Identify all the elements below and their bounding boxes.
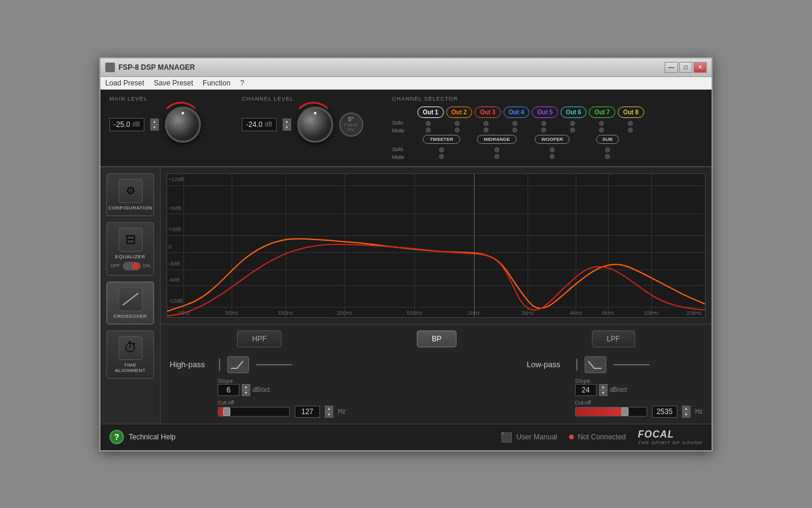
sm-labels-top: Solo Mute [392,120,414,134]
solo-dot-5[interactable] [541,121,546,126]
bot-solo-dot-2[interactable] [494,147,499,152]
mute-dot-5[interactable] [541,128,546,132]
eq-graph: +12dB +6dB +3dB 0 -3dB -6dB -12dB [167,173,706,318]
bp-button[interactable]: BP [417,330,457,347]
channel-level-up[interactable]: ▲ [283,119,291,125]
solo-dot-1[interactable] [426,121,431,126]
out8-button[interactable]: Out 8 [618,107,644,118]
low-pass-icon [585,356,606,373]
solo-dot-4[interactable] [512,121,517,126]
mute-dot-7[interactable] [599,128,604,132]
time-alignment-button[interactable]: ⏱ TIME ALIGNMENT [106,330,154,379]
mute-dot-1[interactable] [426,128,431,132]
main-level-knob[interactable] [165,107,201,143]
lp-slope-control: 24 ▲ ▼ dB/oct [575,384,703,396]
user-manual-link[interactable]: ⬛ User Manual [500,432,557,443]
out2-button[interactable]: Out 2 [446,107,473,118]
main-level-up[interactable]: ▲ [150,119,159,125]
bot-mute-dot-3[interactable] [550,154,555,159]
menu-save-preset[interactable]: Save Preset [154,79,193,87]
menu-function[interactable]: Function [203,79,230,87]
high-pass-section: High-pass [170,356,345,418]
lpf-button[interactable]: LPF [592,330,635,347]
menu-help[interactable]: ? [240,79,244,87]
out1-button[interactable]: Out 1 [417,107,444,118]
lp-slope-up[interactable]: ▲ [599,384,607,390]
mute-dot-2[interactable] [455,128,460,132]
eq-on-label: ON [143,263,150,268]
mute-dot-4[interactable] [512,128,517,132]
dot-col-2 [444,121,470,132]
low-pass-section: Low-pass [527,356,703,418]
phase-invert-button[interactable]: 0° PHASEINV. [339,113,363,137]
hp-slope-down[interactable]: ▼ [242,390,250,396]
main-level-display: -25.0 dB [109,118,144,131]
solo-dot-8[interactable] [628,121,633,126]
channel-level-knob[interactable] [297,107,333,143]
equalizer-button[interactable]: ⊟ EQUALIZER OFF ON [106,222,154,276]
main-level-value: -25.0 [114,120,130,129]
solo-dot-3[interactable] [484,121,488,126]
minimize-button[interactable]: — [665,62,678,73]
low-pass-label: Low-pass [527,360,569,369]
tweeter-label: TWEETER [423,135,460,144]
solo-dot-7[interactable] [599,121,604,126]
help-label: Technical Help [129,433,176,441]
help-icon[interactable]: ? [109,430,124,444]
red-curve [167,244,705,316]
out7-button[interactable]: Out 7 [589,107,615,118]
dot-col-5 [531,121,557,132]
close-button[interactable]: ✕ [694,62,707,73]
mute-dot-3[interactable] [484,128,488,132]
lp-cutoff-down[interactable]: ▼ [682,412,691,418]
bot-mute-dot-4[interactable] [605,154,610,159]
lp-controls: Slope 24 ▲ ▼ dB/oct [575,378,703,418]
lp-slider[interactable] [575,407,647,417]
eq-toggle-row: OFF ON [111,262,150,270]
menu-load-preset[interactable]: Load Preset [105,79,144,87]
bot-solo-dot-4[interactable] [605,147,610,152]
hp-slider-thumb [223,407,230,416]
bot-mute-dot-1[interactable] [439,154,444,159]
solo-bottom-label: Solo [392,146,414,152]
channel-level-down[interactable]: ▼ [283,125,291,131]
solo-dots-top [415,121,644,132]
eq-toggle[interactable] [123,262,141,270]
maximize-button[interactable]: □ [679,62,692,73]
bot-dot-col-3 [526,147,579,159]
mute-dot-6[interactable] [570,128,575,132]
main-level-section: MAIN LEVEL -25.0 dB ▲ ▼ [109,96,230,160]
crossover-button[interactable]: CROSSOVER [106,282,154,324]
solo-dot-2[interactable] [455,121,460,126]
configuration-button[interactable]: ⚙ CONFIGURATION [106,173,154,216]
lp-slope-down[interactable]: ▼ [599,390,607,396]
out4-button[interactable]: Out 4 [503,107,530,118]
hp-cutoff-down[interactable]: ▼ [325,412,333,418]
out3-button[interactable]: Out 3 [475,107,501,118]
hp-slope-up[interactable]: ▲ [242,384,250,390]
out6-button[interactable]: Out 6 [561,107,587,118]
bot-dot-col-1 [415,147,468,159]
equalizer-icon: ⊟ [118,228,143,252]
lp-slider-thumb [621,407,629,416]
main-level-down[interactable]: ▼ [150,125,159,131]
hp-cutoff-up[interactable]: ▲ [325,406,333,412]
hpf-button[interactable]: HPF [237,330,281,347]
bot-mute-dot-2[interactable] [494,154,499,159]
lp-cutoff-up[interactable]: ▲ [682,406,691,412]
mute-top-label: Mute [392,128,414,134]
crossover-section: HPF BP LPF High-pass [161,324,712,424]
mute-bottom-label: Mute [392,154,414,160]
solo-dot-6[interactable] [570,121,575,126]
hp-slider[interactable] [218,407,290,417]
bot-solo-dot-3[interactable] [550,147,555,152]
channel-selector-section: CHANNEL SELECTOR Out 1 Out 2 Out 3 Out 4… [392,96,703,160]
mute-dot-8[interactable] [628,128,633,132]
lp-cutoff-unit: Hz [695,408,703,415]
sub-cell: SUB [581,135,634,144]
svg-line-0 [123,293,138,305]
out5-button[interactable]: Out 5 [532,107,558,118]
lp-cutoff-row: 2535 ▲ ▼ Hz [575,406,703,418]
bot-solo-dot-1[interactable] [439,147,444,152]
eq-toggle-knob [132,262,139,270]
